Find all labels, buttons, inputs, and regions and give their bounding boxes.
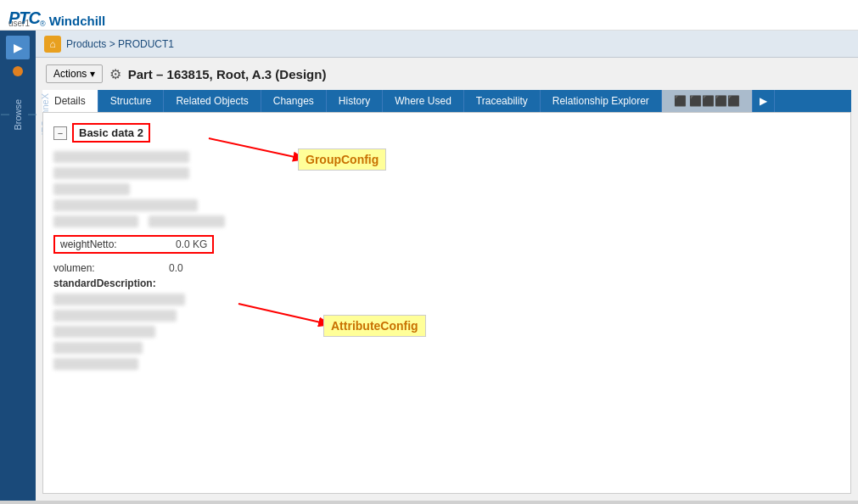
standard-description-label: standardDescription: bbox=[53, 277, 156, 289]
blurred-field-11 bbox=[53, 358, 138, 370]
svg-line-2 bbox=[238, 304, 332, 325]
sidebar-dot-icon[interactable] bbox=[13, 66, 23, 76]
tab-extra[interactable]: ⬛ ⬛⬛⬛⬛ bbox=[662, 90, 753, 112]
sidebar: ▶ Search | Browse | IFConneX bbox=[0, 31, 36, 501]
app-header: PTC® Windchill user1 bbox=[0, 0, 858, 31]
part-header: Actions ▾ ⚙ Part – 163815, Root, A.3 (De… bbox=[42, 64, 851, 83]
attribute-config-annotation: AttributeConfig bbox=[323, 315, 426, 337]
part-settings-icon: ⚙ bbox=[109, 66, 121, 82]
standard-description-row: standardDescription: bbox=[53, 277, 840, 289]
windchill-logo: Windchill bbox=[49, 14, 106, 28]
group-collapse-toggle[interactable]: − bbox=[53, 126, 67, 140]
group-label: Basic data 2 bbox=[72, 123, 150, 143]
blurred-field-3 bbox=[53, 183, 130, 195]
blurred-field-7 bbox=[53, 294, 185, 305]
tab-changes[interactable]: Changes bbox=[261, 90, 327, 112]
tab-structure[interactable]: Structure bbox=[98, 90, 165, 112]
weight-netto-row: weightNetto: 0.0 KG bbox=[53, 235, 214, 254]
group-header: − Basic data 2 bbox=[53, 123, 840, 143]
blurred-field-2 bbox=[53, 167, 189, 179]
sidebar-divider-2: | bbox=[25, 111, 38, 117]
actions-button[interactable]: Actions ▾ bbox=[46, 64, 103, 83]
sidebar-item-browse[interactable]: Browse bbox=[11, 95, 25, 133]
breadcrumb-text: Products > PRODUCT1 bbox=[66, 38, 174, 50]
blurred-field-10 bbox=[53, 342, 143, 354]
tab-bar: Details Structure Related Objects Change… bbox=[42, 90, 851, 112]
blurred-field-9 bbox=[53, 326, 155, 338]
tab-history[interactable]: History bbox=[327, 90, 383, 112]
sidebar-home-icon[interactable]: ▶ bbox=[6, 36, 30, 59]
details-panel: − Basic data 2 weightNetto: 0.0 KG bbox=[42, 112, 851, 494]
breadcrumb-bar: ⌂ Products > PRODUCT1 bbox=[36, 31, 858, 58]
main-content: ⌂ Products > PRODUCT1 Actions ▾ ⚙ Part –… bbox=[36, 31, 858, 501]
volumen-row: volumen: 0.0 bbox=[53, 262, 840, 274]
blurred-field-6 bbox=[149, 216, 225, 227]
blurred-row-pair bbox=[53, 216, 840, 227]
tab-related-objects[interactable]: Related Objects bbox=[164, 90, 261, 112]
blurred-field-5 bbox=[53, 216, 138, 227]
tab-traceability[interactable]: Traceability bbox=[464, 90, 541, 112]
trademark: ® bbox=[40, 20, 46, 28]
tab-where-used[interactable]: Where Used bbox=[383, 90, 464, 112]
blurred-field-4 bbox=[53, 199, 198, 211]
content-area: Actions ▾ ⚙ Part – 163815, Root, A.3 (De… bbox=[36, 58, 858, 501]
sidebar-divider-1: | bbox=[0, 111, 11, 117]
group-config-annotation: GroupConfig bbox=[298, 148, 386, 171]
blurred-field-8 bbox=[53, 310, 177, 322]
volumen-label: volumen: bbox=[53, 262, 155, 274]
user-label: user1 bbox=[8, 19, 30, 28]
home-icon[interactable]: ⌂ bbox=[44, 36, 61, 53]
tab-more[interactable]: ▶ bbox=[753, 90, 775, 112]
tab-relationship-explorer[interactable]: Relationship Explorer bbox=[541, 90, 662, 112]
volumen-value: 0.0 bbox=[169, 262, 183, 274]
weight-netto-label: weightNetto: bbox=[60, 238, 162, 250]
weight-netto-value: 0.0 KG bbox=[176, 238, 207, 250]
blurred-field-1 bbox=[53, 151, 189, 163]
part-title: Part – 163815, Root, A.3 (Design) bbox=[128, 67, 327, 81]
